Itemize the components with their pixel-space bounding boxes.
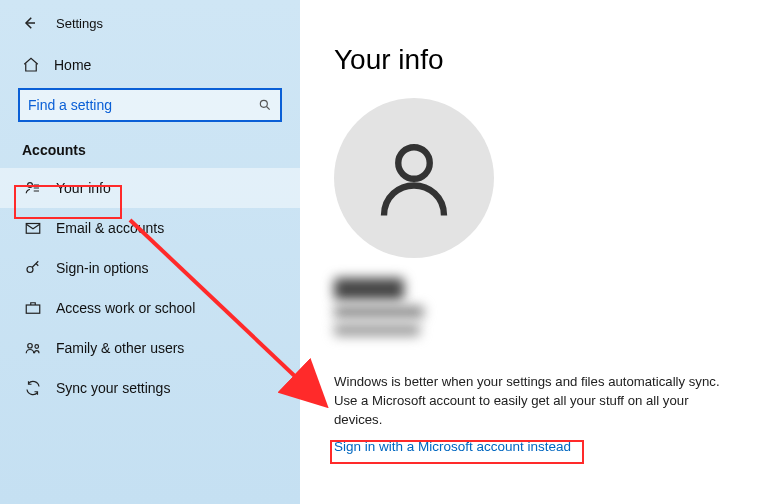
people-icon xyxy=(24,339,42,357)
profile-avatar[interactable] xyxy=(334,98,494,258)
sidebar-section-title: Accounts xyxy=(0,134,300,168)
svg-point-6 xyxy=(35,345,39,349)
sidebar-item-label: Sync your settings xyxy=(56,380,170,396)
window-header: Settings xyxy=(0,10,300,46)
sidebar-item-label: Family & other users xyxy=(56,340,184,356)
info-description: Windows is better when your settings and… xyxy=(334,372,738,429)
home-icon xyxy=(22,56,40,74)
account-name-blurred xyxy=(334,278,404,300)
sidebar-item-label: Sign-in options xyxy=(56,260,149,276)
signin-microsoft-link[interactable]: Sign in with a Microsoft account instead xyxy=(334,439,571,454)
main-panel: Your info Windows is better when your se… xyxy=(300,0,768,504)
search-box[interactable] xyxy=(18,88,282,122)
sidebar-item-your-info[interactable]: Your info xyxy=(0,168,300,208)
sidebar-item-signin-options[interactable]: Sign-in options xyxy=(0,248,300,288)
mail-icon xyxy=(24,219,42,237)
search-input[interactable] xyxy=(28,97,258,113)
svg-point-3 xyxy=(27,267,33,273)
sync-icon xyxy=(24,379,42,397)
svg-point-5 xyxy=(28,344,33,349)
svg-point-7 xyxy=(398,147,430,179)
window-title: Settings xyxy=(56,16,103,31)
search-container xyxy=(0,84,300,134)
back-button[interactable] xyxy=(20,14,38,32)
account-type-blurred xyxy=(334,306,424,318)
sidebar-item-label: Your info xyxy=(56,180,111,196)
svg-point-0 xyxy=(260,100,267,107)
sidebar-home-label: Home xyxy=(54,57,91,73)
sidebar-item-label: Access work or school xyxy=(56,300,195,316)
sidebar-item-access-work-school[interactable]: Access work or school xyxy=(0,288,300,328)
settings-sidebar: Settings Home Accounts xyxy=(0,0,300,504)
page-title: Your info xyxy=(334,44,738,76)
arrow-left-icon xyxy=(20,14,38,32)
person-icon xyxy=(369,133,459,223)
account-role-blurred xyxy=(334,324,420,336)
sidebar-home[interactable]: Home xyxy=(0,46,300,84)
svg-rect-4 xyxy=(26,305,40,313)
search-icon xyxy=(258,98,272,112)
sidebar-item-label: Email & accounts xyxy=(56,220,164,236)
person-card-icon xyxy=(24,179,42,197)
key-icon xyxy=(24,259,42,277)
sidebar-item-email-accounts[interactable]: Email & accounts xyxy=(0,208,300,248)
svg-point-1 xyxy=(28,183,33,188)
briefcase-icon xyxy=(24,299,42,317)
sidebar-item-family-users[interactable]: Family & other users xyxy=(0,328,300,368)
sidebar-item-sync-settings[interactable]: Sync your settings xyxy=(0,368,300,408)
